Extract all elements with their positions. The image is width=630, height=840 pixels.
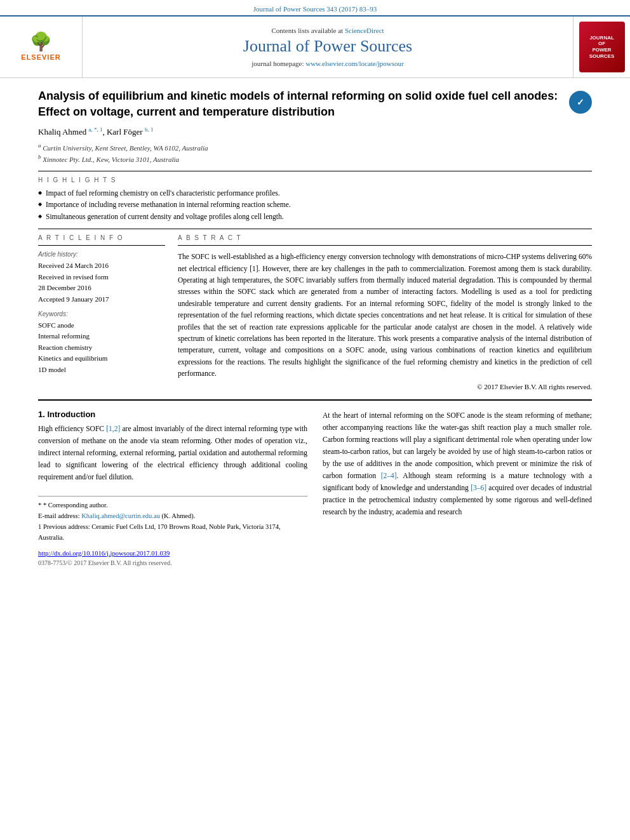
history-received: Received 24 March 2016 bbox=[38, 260, 165, 272]
footnote-corresponding: * * Corresponding author. bbox=[38, 500, 307, 511]
highlight-item-3: Simultaneous generation of current densi… bbox=[38, 211, 592, 222]
divider-1 bbox=[38, 171, 592, 171]
footnote-email-link[interactable]: Khaliq.ahmed@curtin.edu.au bbox=[81, 512, 160, 519]
doi-url[interactable]: http://dx.doi.org/10.1016/j.jpowsour.201… bbox=[38, 550, 170, 557]
homepage-line: journal homepage: www.elsevier.com/locat… bbox=[251, 60, 403, 67]
body-col-left: 1. Introduction High efficiency SOFC [1,… bbox=[38, 410, 307, 566]
abstract-header: A B S T R A C T bbox=[178, 234, 592, 241]
journal-title: Journal of Power Sources bbox=[243, 37, 412, 56]
author-2-super: b, 1 bbox=[145, 126, 154, 133]
top-citation: Journal of Power Sources 343 (2017) 83–9… bbox=[0, 0, 630, 15]
article-info-col: A R T I C L E I N F O Article history: R… bbox=[38, 234, 165, 390]
introduction-heading: 1. Introduction bbox=[38, 410, 307, 419]
ref-2-4[interactable]: [2–4] bbox=[381, 472, 397, 479]
header-bar: 🌳 ELSEVIER Contents lists available at S… bbox=[0, 15, 630, 78]
abstract-text: The SOFC is well-established as a high-e… bbox=[178, 251, 592, 379]
body-col-right: At the heart of internal reforming on th… bbox=[323, 410, 592, 566]
elsevier-logo: 🌳 ELSEVIER bbox=[21, 33, 60, 61]
elsevier-logo-area: 🌳 ELSEVIER bbox=[0, 17, 83, 77]
article-title: Analysis of equilibrium and kinetic mode… bbox=[38, 88, 563, 120]
abstract-divider bbox=[178, 245, 592, 246]
author-separator: , Karl Föger bbox=[102, 128, 144, 137]
history-accepted: Accepted 9 January 2017 bbox=[38, 294, 165, 305]
homepage-url[interactable]: www.elsevier.com/locate/jpowsour bbox=[305, 60, 403, 67]
page-wrapper: Journal of Power Sources 343 (2017) 83–9… bbox=[0, 0, 630, 840]
author-1-name: Khaliq Ahmed bbox=[38, 128, 88, 137]
journal-citation-text: Journal of Power Sources 343 (2017) 83–9… bbox=[253, 5, 377, 13]
keyword-2: Internal reforming bbox=[38, 331, 165, 342]
keyword-1: SOFC anode bbox=[38, 320, 165, 331]
highlight-item-1: Impact of fuel reforming chemistry on ce… bbox=[38, 187, 592, 199]
keyword-4: Kinetics and equilibrium bbox=[38, 353, 165, 364]
main-content: Analysis of equilibrium and kinetic mode… bbox=[0, 78, 630, 579]
homepage-text: journal homepage: bbox=[251, 60, 304, 67]
abstract-col: A B S T R A C T The SOFC is well-establi… bbox=[178, 234, 592, 390]
sciencedirect-text: Contents lists available at bbox=[271, 27, 343, 34]
copyright-footer: 0378-7753/© 2017 Elsevier B.V. All right… bbox=[38, 559, 307, 566]
article-info-abstract: A R T I C L E I N F O Article history: R… bbox=[38, 234, 592, 390]
body-two-col: 1. Introduction High efficiency SOFC [1,… bbox=[38, 410, 592, 566]
footnote-section: * * Corresponding author. E-mail address… bbox=[38, 496, 307, 543]
sciencedirect-link[interactable]: ScienceDirect bbox=[345, 27, 384, 34]
article-title-section: Analysis of equilibrium and kinetic mode… bbox=[38, 88, 592, 120]
sciencedirect-line: Contents lists available at ScienceDirec… bbox=[271, 27, 384, 34]
header-center: Contents lists available at ScienceDirec… bbox=[83, 17, 573, 77]
doi-line: http://dx.doi.org/10.1016/j.jpowsour.201… bbox=[38, 550, 307, 557]
divider-2 bbox=[38, 229, 592, 229]
ref-3-6[interactable]: [3–6] bbox=[471, 484, 486, 491]
intro-paragraph-2: At the heart of internal reforming on th… bbox=[323, 410, 592, 518]
crossmark-area[interactable]: ✓ bbox=[569, 91, 592, 114]
footnote-1: 1 Previous address: Ceramic Fuel Cells L… bbox=[38, 522, 307, 543]
authors-section: Khaliq Ahmed a, *, 1, Karl Föger b, 1 bbox=[38, 126, 592, 137]
highlight-item-2: Importance of including reverse methanat… bbox=[38, 199, 592, 210]
keywords-header: Keywords: bbox=[38, 310, 165, 317]
crossmark-icon: ✓ bbox=[569, 91, 592, 114]
article-info-divider bbox=[38, 245, 165, 246]
keyword-3: Reaction chemistry bbox=[38, 342, 165, 354]
history-label: Article history: bbox=[38, 251, 165, 258]
affiliation-1: a Curtin University, Kent Street, Bentle… bbox=[38, 142, 592, 153]
elsevier-tree-icon: 🌳 bbox=[21, 33, 60, 51]
author-1-super: a, *, 1 bbox=[88, 126, 102, 133]
journal-badge: JOURNALOFPOWERSOURCES bbox=[579, 22, 625, 72]
article-info-header: A R T I C L E I N F O bbox=[38, 234, 165, 241]
intro-paragraph-1: High efficiency SOFC [1,2] are almost in… bbox=[38, 423, 307, 483]
elsevier-label: ELSEVIER bbox=[21, 53, 60, 61]
affiliation-2: b Xinnotec Pty. Ltd., Kew, Victoria 3101… bbox=[38, 153, 592, 164]
history-revised-date: 28 December 2016 bbox=[38, 283, 165, 294]
keyword-5: 1D model bbox=[38, 364, 165, 376]
footnote-email: E-mail address: Khaliq.ahmed@curtin.edu.… bbox=[38, 511, 307, 522]
highlights-header: H I G H L I G H T S bbox=[38, 177, 592, 183]
highlights-section: H I G H L I G H T S Impact of fuel refor… bbox=[38, 177, 592, 222]
abstract-copyright: © 2017 Elsevier B.V. All rights reserved… bbox=[178, 383, 592, 390]
history-revised-label: Received in revised form bbox=[38, 272, 165, 283]
ref-1-2[interactable]: [1,2] bbox=[106, 425, 120, 432]
main-divider bbox=[38, 399, 592, 401]
journal-badge-area: JOURNALOFPOWERSOURCES bbox=[573, 17, 630, 77]
badge-title: JOURNALOFPOWERSOURCES bbox=[589, 35, 615, 59]
affiliations: a Curtin University, Kent Street, Bentle… bbox=[38, 142, 592, 164]
